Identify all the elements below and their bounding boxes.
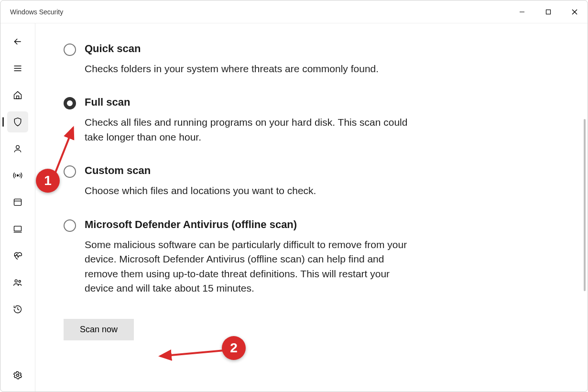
- scan-options-pane: Quick scan Checks folders in your system…: [35, 23, 465, 355]
- back-button[interactable]: [7, 31, 28, 52]
- app-browser-icon[interactable]: [7, 192, 28, 213]
- svg-point-15: [15, 280, 17, 282]
- radio-full-scan[interactable]: [64, 97, 76, 109]
- svg-point-17: [17, 374, 19, 377]
- scan-option-title: Quick scan: [85, 43, 379, 55]
- scan-option-quick[interactable]: Quick scan Checks folders in your system…: [64, 43, 436, 76]
- account-icon[interactable]: [7, 138, 28, 159]
- radio-quick-scan[interactable]: [64, 44, 76, 56]
- scan-option-title: Full scan: [85, 96, 419, 109]
- sidebar: [0, 23, 35, 392]
- svg-rect-13: [14, 226, 22, 231]
- scan-option-custom[interactable]: Custom scan Choose which files and locat…: [64, 164, 436, 198]
- hamburger-menu-icon[interactable]: [7, 58, 28, 79]
- device-security-icon[interactable]: [7, 218, 28, 240]
- scan-now-button[interactable]: Scan now: [64, 319, 134, 340]
- svg-rect-8: [17, 96, 19, 99]
- pane-divider: [35, 23, 35, 392]
- family-options-icon[interactable]: [7, 272, 28, 293]
- window-controls: [509, 0, 588, 23]
- minimize-button[interactable]: [509, 0, 535, 23]
- svg-point-10: [17, 174, 18, 176]
- scan-option-offline[interactable]: Microsoft Defender Antivirus (offline sc…: [64, 218, 436, 296]
- svg-point-9: [16, 145, 20, 149]
- svg-point-16: [19, 281, 21, 283]
- radio-custom-scan[interactable]: [64, 165, 76, 178]
- broadcast-icon[interactable]: [7, 165, 28, 186]
- device-health-icon[interactable]: [7, 245, 28, 266]
- scan-option-title: Custom scan: [85, 164, 316, 177]
- settings-icon[interactable]: [7, 365, 28, 386]
- svg-rect-11: [14, 199, 22, 205]
- close-button[interactable]: [561, 0, 588, 23]
- vertical-scrollbar[interactable]: [584, 119, 586, 291]
- protection-history-icon[interactable]: [7, 299, 28, 320]
- scan-option-desc: Some malicious software can be particula…: [85, 238, 419, 296]
- titlebar: Windows Security: [0, 0, 588, 23]
- radio-offline-scan[interactable]: [64, 219, 76, 232]
- scan-option-desc: Checks all files and running programs on…: [85, 115, 419, 144]
- maximize-button[interactable]: [535, 0, 561, 23]
- shield-icon[interactable]: [7, 111, 28, 132]
- svg-rect-1: [546, 10, 550, 14]
- window-title: Windows Security: [10, 8, 63, 16]
- home-icon[interactable]: [7, 85, 28, 106]
- scan-option-full[interactable]: Full scan Checks all files and running p…: [64, 96, 436, 144]
- scan-option-title: Microsoft Defender Antivirus (offline sc…: [85, 218, 419, 231]
- scan-option-desc: Checks folders in your system where thre…: [85, 62, 379, 76]
- scan-option-desc: Choose which files and locations you wan…: [85, 184, 316, 198]
